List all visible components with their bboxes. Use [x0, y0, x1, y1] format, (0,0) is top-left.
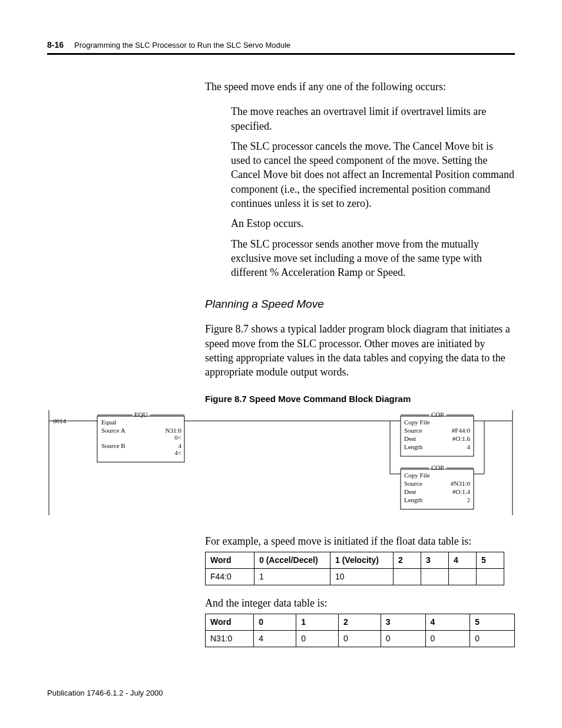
svg-text:#O:1.6: #O:1.6	[452, 435, 471, 442]
svg-text:Source B: Source B	[101, 442, 125, 449]
float-data-table: Word 0 (Accel/Decel) 1 (Velocity) 2 3 4 …	[205, 552, 504, 585]
svg-text:Copy File: Copy File	[404, 472, 430, 479]
svg-text:4: 4	[467, 443, 471, 450]
table-cell: 0	[338, 630, 381, 647]
page-number: 8-16	[47, 40, 64, 50]
bullet-item: The SLC processor cancels the move. The …	[231, 139, 515, 210]
table-header: 3	[381, 614, 425, 631]
table-header: 0	[254, 614, 296, 631]
table-header: 3	[421, 552, 449, 568]
svg-text:0<: 0<	[174, 434, 181, 441]
svg-text:Dest: Dest	[404, 488, 416, 495]
table-cell	[421, 568, 449, 585]
table-cell: 0	[381, 630, 425, 647]
after-figure-text: For example, a speed move is initiated i…	[205, 534, 515, 548]
integer-data-table: Word 0 1 2 3 4 5 N31:0 4 0 0 0 0 0	[205, 614, 515, 647]
svg-text:Dest: Dest	[404, 435, 416, 442]
svg-text:Source: Source	[404, 480, 422, 487]
mid-text: And the integer data table is:	[205, 596, 515, 610]
bullet-item: An Estop occurs.	[231, 216, 515, 230]
table-row: F44:0 1 10	[206, 568, 504, 585]
sub-paragraph: Figure 8.7 shows a typical ladder progra…	[205, 322, 515, 379]
svg-text:Copy File: Copy File	[404, 419, 430, 426]
table-cell: 0	[470, 630, 515, 647]
svg-text:Source A: Source A	[101, 427, 125, 434]
table-header-row: Word 0 (Accel/Decel) 1 (Velocity) 2 3 4 …	[206, 552, 504, 568]
bullet-list: The move reaches an overtravel limit if …	[231, 104, 515, 279]
table-cell: 0	[296, 630, 339, 647]
bullet-item: The SLC processor sends another move fro…	[231, 237, 515, 280]
publication-footer: Publication 1746-6.1.2 - July 2000	[47, 689, 163, 697]
table-header-row: Word 0 1 2 3 4 5	[206, 614, 515, 631]
table-cell: 0	[425, 630, 470, 647]
table-cell: 1	[254, 568, 330, 585]
table-cell	[449, 568, 477, 585]
table-header: Word	[206, 614, 254, 631]
chapter-title: Programming the SLC Processor to Run the…	[74, 41, 290, 50]
table-cell: 4	[254, 630, 296, 647]
svg-text:Source: Source	[404, 427, 422, 434]
svg-text:#N31:0: #N31:0	[451, 480, 471, 487]
table-header: 0 (Accel/Decel)	[254, 552, 330, 568]
svg-text:4<: 4<	[174, 449, 181, 456]
svg-text:Length: Length	[404, 443, 423, 450]
svg-text:COP: COP	[431, 411, 444, 418]
table-header: 2	[394, 552, 421, 568]
svg-text:N31:0: N31:0	[166, 427, 182, 434]
table-header: 1	[296, 614, 339, 631]
table-cell: 10	[330, 568, 394, 585]
page-header: 8-16 Programming the SLC Processor to Ru…	[47, 40, 515, 50]
svg-text:4: 4	[178, 442, 182, 449]
subheading: Planning a Speed Move	[205, 297, 515, 312]
svg-text:Equal: Equal	[101, 419, 117, 426]
table-header: 2	[338, 614, 381, 631]
svg-text:EQU: EQU	[134, 411, 148, 418]
table-header: 5	[470, 614, 515, 631]
table-header: Word	[206, 552, 254, 568]
svg-text:#F44:0: #F44:0	[452, 427, 471, 434]
table-cell: F44:0	[206, 568, 254, 585]
svg-text:Length: Length	[404, 496, 423, 503]
table-header: 4	[425, 614, 470, 631]
figure-caption: Figure 8.7 Speed Move Command Block Diag…	[205, 393, 515, 405]
svg-text:2: 2	[467, 496, 471, 503]
figure-diagram: 0014 EQU Equal Source A N31:0 0< Source …	[47, 410, 515, 516]
table-header: 5	[477, 552, 504, 568]
svg-text:COP: COP	[431, 464, 444, 471]
svg-text:#O:1.4: #O:1.4	[452, 488, 471, 495]
table-cell	[477, 568, 504, 585]
table-header: 1 (Velocity)	[330, 552, 394, 568]
table-cell	[394, 568, 421, 585]
table-header: 4	[449, 552, 477, 568]
table-cell: N31:0	[206, 630, 254, 647]
table-row: N31:0 4 0 0 0 0 0	[206, 630, 515, 647]
header-rule	[47, 53, 515, 55]
intro-paragraph: The speed move ends if any one of the fo…	[205, 80, 515, 94]
bullet-item: The move reaches an overtravel limit if …	[231, 104, 515, 133]
